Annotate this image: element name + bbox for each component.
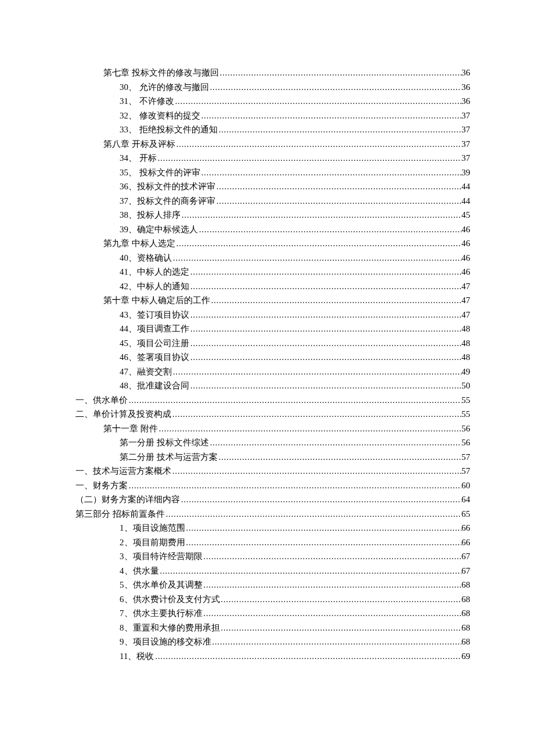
toc-page-number: 48 [461, 339, 470, 348]
toc-entry: 一、财务方案60 [75, 481, 470, 490]
toc-label: 40、资格确认 [120, 254, 172, 262]
toc-entry: 33、 拒绝投标文件的通知37 [75, 125, 470, 134]
toc-page-number: 37 [461, 154, 470, 163]
toc-page-number: 66 [461, 538, 470, 547]
toc-label: 第十一章 附件 [103, 424, 158, 433]
toc-label: 39、确定中标候选人 [120, 225, 198, 234]
toc-entry: 一、技术与运营方案概术57 [75, 467, 470, 476]
toc-label: 33、 拒绝投标文件的通知 [120, 125, 218, 134]
toc-leader-dots [200, 169, 461, 177]
toc-leader-dots [189, 325, 461, 333]
toc-leader-dots [218, 453, 461, 462]
toc-entry: 40、资格确认46 [75, 254, 470, 262]
toc-entry: 第七章 投标文件的修改与撤回36 [75, 69, 470, 77]
toc-page-number: 47 [461, 296, 470, 305]
toc-page-number: 48 [461, 353, 470, 362]
toc-leader-dots [209, 84, 461, 92]
toc-leader-dots [203, 610, 462, 618]
toc-leader-dots [180, 496, 461, 504]
toc-label: 45、项目公司注册 [120, 339, 189, 348]
toc-label: 41、中标人的选定 [120, 268, 189, 276]
toc-entry: 30、 允许的修改与撤回36 [75, 83, 470, 92]
toc-label: 6、供水费计价及支付方式 [120, 595, 220, 604]
toc-entry: 第十一章 附件56 [75, 424, 470, 433]
toc-page-number: 56 [461, 438, 470, 447]
toc-leader-dots [189, 268, 461, 276]
toc-page-number: 67 [461, 567, 470, 575]
toc-leader-dots [158, 425, 461, 433]
toc-entry: 8、重置和大修的费用承担68 [75, 624, 470, 632]
toc-page-number: 47 [461, 282, 470, 291]
toc-label: 31、 不许修改 [120, 97, 174, 106]
toc-entry: 1、项目设施范围66 [75, 524, 470, 532]
toc-page-number: 44 [461, 197, 470, 206]
toc-page-number: 64 [461, 495, 470, 504]
toc-leader-dots [189, 354, 461, 362]
toc-leader-dots [200, 112, 461, 120]
toc-entry: 38、投标人排序45 [75, 211, 470, 219]
toc-label: 37、投标文件的商务评审 [120, 197, 215, 206]
toc-page-number: 60 [461, 481, 470, 490]
toc-page-number: 56 [461, 424, 470, 433]
toc-leader-dots [220, 624, 462, 632]
toc-label: 3、项目特许经营期限 [120, 552, 203, 561]
toc-page-number: 68 [461, 595, 470, 604]
toc-leader-dots [215, 197, 461, 206]
toc-label: 第八章 开标及评标 [103, 140, 175, 149]
toc-page-number: 68 [461, 609, 470, 618]
toc-entry: 41、中标人的选定46 [75, 268, 470, 276]
toc-label: 一、财务方案 [75, 481, 128, 490]
toc-label: 34、 开标 [120, 154, 157, 163]
toc-leader-dots [189, 340, 461, 348]
toc-entry: 44、项目调查工作48 [75, 325, 470, 333]
toc-entry: 45、项目公司注册48 [75, 339, 470, 348]
toc-entry: 46、签署项目协议48 [75, 353, 470, 362]
toc-entry: 42、中标人的通知47 [75, 282, 470, 291]
toc-entry: 第二分册 技术与运营方案57 [75, 453, 470, 462]
toc-leader-dots [219, 69, 461, 77]
toc-label: 35、 投标文件的评审 [120, 168, 200, 177]
toc-leader-dots [175, 141, 461, 149]
toc-leader-dots [175, 240, 461, 248]
toc-label: 1、项目设施范围 [120, 524, 185, 532]
toc-entry: 4、供水量67 [75, 567, 470, 575]
toc-entry: 第三部分 招标前置条件65 [75, 510, 470, 519]
toc-page-number: 46 [461, 225, 470, 234]
toc-page-number: 68 [461, 624, 470, 632]
toc-label: 第二分册 技术与运营方案 [120, 453, 218, 462]
toc-entry: 第九章 中标人选定46 [75, 239, 470, 248]
toc-entry: 36、投标文件的技术评审44 [75, 182, 470, 191]
toc-leader-dots [154, 653, 461, 661]
toc-leader-dots [128, 482, 461, 490]
toc-label: 一、技术与运营方案概术 [75, 467, 171, 476]
toc-entry: 9、项目设施的移交标准68 [75, 638, 470, 646]
toc-label: 4、供水量 [120, 567, 159, 575]
toc-entry: 7、供水主要执行标准68 [75, 609, 470, 618]
toc-leader-dots [189, 382, 461, 390]
toc-leader-dots [198, 226, 461, 234]
toc-entry: 37、投标文件的商务评审44 [75, 197, 470, 206]
toc-entry: 39、确定中标候选人46 [75, 225, 470, 234]
toc-entry: 34、 开标37 [75, 154, 470, 163]
toc-entry: 32、 修改资料的提交37 [75, 111, 470, 120]
toc-page-number: 69 [461, 652, 470, 661]
toc-entry: 5、供水单价及其调整68 [75, 581, 470, 589]
toc-label: 42、中标人的通知 [120, 282, 189, 291]
toc-leader-dots [171, 467, 461, 476]
toc-leader-dots [189, 283, 461, 291]
toc-leader-dots [189, 311, 461, 319]
toc-leader-dots [172, 368, 461, 376]
toc-leader-dots [128, 397, 461, 405]
toc-entry: 31、 不许修改36 [75, 97, 470, 106]
toc-leader-dots [185, 539, 462, 547]
toc-label: 第十章 中标人确定后的工作 [103, 296, 210, 305]
toc-page-number: 46 [461, 254, 470, 262]
toc-entry: 43、签订项目协议47 [75, 311, 470, 319]
toc-page-number: 39 [461, 168, 470, 177]
table-of-contents: 第七章 投标文件的修改与撤回3630、 允许的修改与撤回3631、 不许修改36… [75, 69, 470, 661]
toc-page-number: 50 [461, 381, 470, 390]
toc-leader-dots [209, 439, 461, 447]
toc-page-number: 55 [461, 410, 470, 419]
toc-label: 8、重置和大修的费用承担 [120, 624, 220, 632]
toc-leader-dots [172, 254, 461, 262]
